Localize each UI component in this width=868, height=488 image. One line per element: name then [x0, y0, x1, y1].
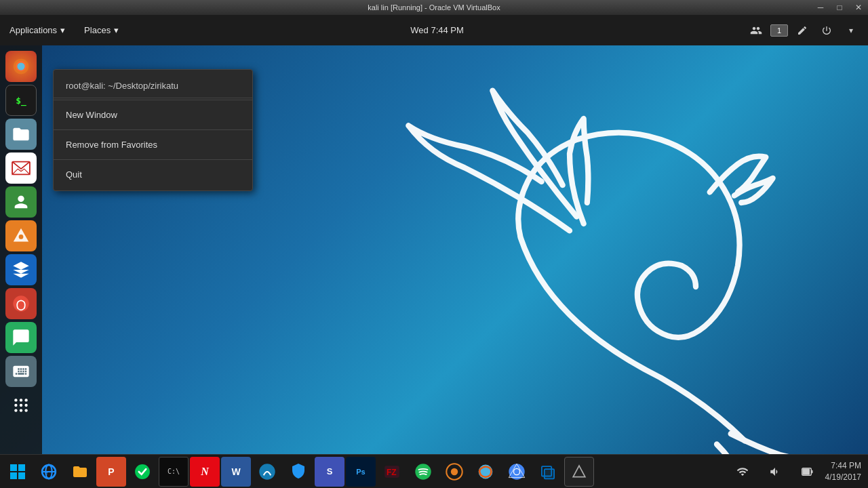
guest-topbar: Applications ▾ Places ▾ Wed 7:44 PM 1 ▾ — [0, 15, 868, 45]
svg-point-11 — [24, 404, 27, 407]
svg-point-13 — [20, 409, 22, 411]
datetime-display: Wed 7:44 PM — [410, 25, 464, 35]
taskbar-volume-icon[interactable] — [760, 457, 790, 487]
taskbar-virtualbox-icon[interactable] — [533, 457, 563, 487]
sidebar-icon-burpsuite[interactable] — [5, 220, 37, 251]
svg-marker-36 — [573, 466, 585, 477]
taskbar-stackedit-icon[interactable]: S — [315, 457, 344, 487]
pen-icon[interactable] — [792, 20, 812, 41]
sidebar-icon-beef[interactable] — [5, 288, 37, 319]
places-arrow: ▾ — [114, 25, 119, 35]
workspace-badge[interactable]: 1 — [770, 24, 788, 37]
taskbar-spotify-icon[interactable] — [408, 457, 438, 487]
applications-arrow: ▾ — [60, 25, 65, 35]
taskbar-word-icon[interactable]: W — [221, 457, 251, 487]
svg-point-4 — [19, 235, 24, 239]
guest-os: Applications ▾ Places ▾ Wed 7:44 PM 1 ▾ — [0, 15, 868, 488]
context-menu-divider-1 — [54, 100, 252, 100]
svg-point-12 — [14, 409, 17, 411]
context-menu: root@kali: ~/Desktop/zirikatu New Window… — [53, 69, 253, 191]
context-menu-remove-favorites[interactable]: Remove from Favorites — [54, 131, 252, 158]
svg-point-1 — [17, 62, 24, 70]
taskbar-kali-icon[interactable] — [252, 457, 282, 487]
context-menu-quit[interactable]: Quit — [54, 161, 252, 188]
new-window-label: New Window — [66, 110, 117, 120]
sidebar-icon-user[interactable] — [5, 186, 37, 218]
taskbar-firefox-icon[interactable] — [471, 457, 500, 487]
sidebar-dock: $_ — [0, 45, 42, 454]
applications-menu-button[interactable]: Applications ▾ — [0, 15, 75, 45]
taskbar-system-tray: 7:44 PM 4/19/2017 — [728, 457, 865, 487]
users-icon[interactable] — [746, 20, 766, 41]
topbar-system-area: 1 ▾ — [746, 20, 868, 41]
taskbar-netflix-icon[interactable]: N — [190, 457, 220, 487]
taskbar-photoshop-icon[interactable]: Ps — [346, 457, 376, 487]
svg-rect-39 — [802, 468, 810, 474]
svg-point-6 — [14, 399, 17, 401]
svg-rect-38 — [811, 470, 812, 473]
vbox-maximize-button[interactable]: □ — [830, 0, 849, 15]
power-icon[interactable] — [816, 20, 837, 41]
taskbar-cmd-icon[interactable]: C:\ — [159, 457, 189, 487]
topbar-center: Wed 7:44 PM — [128, 25, 746, 35]
sidebar-icon-terminal[interactable]: $_ — [5, 85, 37, 116]
svg-point-29 — [451, 468, 458, 474]
svg-point-7 — [20, 399, 22, 401]
sidebar-icon-gmail[interactable] — [5, 152, 37, 184]
sidebar-icon-files[interactable] — [5, 119, 37, 150]
svg-rect-17 — [10, 472, 17, 479]
vbox-minimize-button[interactable]: ─ — [811, 0, 830, 15]
svg-rect-15 — [10, 464, 17, 471]
svg-text:FZ: FZ — [387, 468, 397, 477]
remove-favorites-label: Remove from Favorites — [66, 140, 157, 150]
topbar-arrow-icon[interactable]: ▾ — [841, 20, 861, 41]
context-menu-divider-2 — [54, 129, 252, 130]
svg-rect-16 — [18, 464, 25, 471]
context-menu-title: root@kali: ~/Desktop/zirikatu — [66, 81, 178, 91]
sidebar-icon-chat[interactable] — [5, 322, 37, 353]
taskbar-battery-icon[interactable] — [793, 457, 823, 487]
taskbar-vpn-icon[interactable] — [283, 457, 313, 487]
svg-rect-18 — [18, 472, 25, 479]
applications-label: Applications — [9, 25, 57, 35]
sidebar-icon-keyboard[interactable] — [5, 356, 37, 387]
sidebar-icon-firefox[interactable] — [5, 51, 37, 82]
vbox-title: kali lin [Running] - Oracle VM VirtualBo… — [368, 3, 500, 12]
taskbar-powerpoint-icon[interactable]: P — [96, 457, 126, 487]
context-menu-new-window[interactable]: New Window — [54, 102, 252, 128]
svg-point-9 — [14, 404, 17, 407]
svg-rect-35 — [545, 469, 554, 479]
clock-date: 4/19/2017 — [825, 472, 861, 483]
taskbar-nextdns-icon[interactable] — [127, 457, 157, 487]
taskbar-ie-icon[interactable]: e — [34, 457, 64, 487]
svg-point-10 — [20, 404, 22, 407]
taskbar-explorer-icon[interactable] — [65, 457, 95, 487]
vbox-close-button[interactable]: ✕ — [849, 0, 868, 15]
vbox-window-controls: ─ □ ✕ — [811, 0, 868, 15]
places-menu-button[interactable]: Places ▾ — [75, 15, 128, 45]
windows-taskbar: e P C:\ N W — [0, 454, 868, 488]
taskbar-netsparker-icon[interactable] — [439, 457, 469, 487]
svg-point-8 — [24, 399, 27, 401]
context-menu-header: root@kali: ~/Desktop/zirikatu — [54, 73, 252, 98]
taskbar-clock: 7:44 PM 4/19/2017 — [825, 460, 861, 483]
svg-point-5 — [13, 296, 28, 311]
taskbar-start-button[interactable] — [3, 457, 33, 487]
kali-dragon-logo — [305, 56, 834, 476]
svg-text:e: e — [45, 469, 48, 475]
taskbar-network-icon[interactable] — [728, 457, 757, 487]
taskbar-filezilla-icon[interactable]: FZ — [377, 457, 407, 487]
sidebar-icon-all-apps[interactable] — [5, 390, 37, 421]
svg-point-23 — [135, 464, 150, 479]
places-label: Places — [84, 25, 111, 35]
context-menu-divider-3 — [54, 159, 252, 160]
clock-time: 7:44 PM — [825, 460, 861, 472]
sidebar-icon-maltego[interactable] — [5, 254, 37, 285]
svg-point-33 — [514, 469, 519, 474]
taskbar-chrome-icon[interactable] — [502, 457, 532, 487]
svg-point-14 — [24, 409, 27, 411]
quit-label: Quit — [66, 169, 82, 180]
vbox-titlebar: kali lin [Running] - Oracle VM VirtualBo… — [0, 0, 868, 15]
taskbar-blackarch-icon[interactable] — [564, 457, 594, 487]
